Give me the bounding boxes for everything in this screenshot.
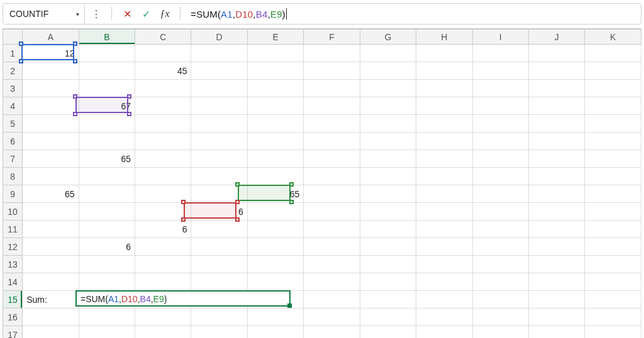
cell-D8[interactable] xyxy=(191,168,247,185)
row-header-11[interactable]: 11 xyxy=(3,221,23,238)
row-header-9[interactable]: 9 xyxy=(3,185,23,203)
cell-D16[interactable] xyxy=(191,308,247,326)
cell-I3[interactable] xyxy=(472,80,528,97)
cell-B8[interactable] xyxy=(79,168,135,185)
cell-E5[interactable] xyxy=(247,115,303,133)
cell-F5[interactable] xyxy=(304,115,360,133)
cell-A1[interactable]: 12 xyxy=(23,45,79,62)
cell-D12[interactable] xyxy=(191,238,247,256)
cell-B14[interactable] xyxy=(79,273,135,291)
cell-G14[interactable] xyxy=(360,273,416,291)
cell-C14[interactable] xyxy=(135,273,191,291)
cell-G17[interactable] xyxy=(360,326,416,339)
cell-H9[interactable] xyxy=(416,185,472,203)
cell-K6[interactable] xyxy=(585,133,641,150)
cell-D9[interactable] xyxy=(191,185,247,203)
col-header-E[interactable]: E xyxy=(247,30,303,45)
cell-D4[interactable] xyxy=(191,97,247,115)
cell-H2[interactable] xyxy=(416,62,472,80)
cell-H8[interactable] xyxy=(416,168,472,185)
cell-I7[interactable] xyxy=(472,150,528,168)
cell-F17[interactable] xyxy=(304,326,360,339)
cell-E9[interactable]: 65 xyxy=(247,185,303,203)
cell-K17[interactable] xyxy=(585,326,641,339)
cell-G6[interactable] xyxy=(360,133,416,150)
cell-K4[interactable] xyxy=(585,97,641,115)
cell-J9[interactable] xyxy=(528,185,584,203)
cell-I14[interactable] xyxy=(472,273,528,291)
row-header-14[interactable]: 14 xyxy=(3,273,23,291)
cell-E10[interactable] xyxy=(247,203,303,221)
row-header-17[interactable]: 17 xyxy=(3,326,23,339)
row-header-2[interactable]: 2 xyxy=(3,62,23,80)
cell-I11[interactable] xyxy=(472,221,528,238)
cell-B5[interactable] xyxy=(79,115,135,133)
cell-C15[interactable] xyxy=(135,291,191,308)
cell-H7[interactable] xyxy=(416,150,472,168)
row-header-8[interactable]: 8 xyxy=(3,168,23,185)
cell-C13[interactable] xyxy=(135,256,191,273)
cell-F4[interactable] xyxy=(304,97,360,115)
cell-J14[interactable] xyxy=(528,273,584,291)
cell-C1[interactable] xyxy=(135,45,191,62)
cell-E17[interactable] xyxy=(247,326,303,339)
cell-J11[interactable] xyxy=(528,221,584,238)
cell-A14[interactable] xyxy=(23,273,79,291)
cell-E14[interactable] xyxy=(247,273,303,291)
cell-B7[interactable]: 65 xyxy=(79,150,135,168)
cell-K9[interactable] xyxy=(585,185,641,203)
cell-F13[interactable] xyxy=(304,256,360,273)
cell-G3[interactable] xyxy=(360,80,416,97)
row-header-12[interactable]: 12 xyxy=(3,238,23,256)
row-header-7[interactable]: 7 xyxy=(3,150,23,168)
cell-B11[interactable] xyxy=(79,221,135,238)
cell-B2[interactable] xyxy=(79,62,135,80)
cell-J12[interactable] xyxy=(528,238,584,256)
cell-H6[interactable] xyxy=(416,133,472,150)
dots-icon[interactable]: ⋮ xyxy=(89,6,104,21)
cell-B4[interactable]: 67 xyxy=(79,97,135,115)
cell-B10[interactable] xyxy=(79,203,135,221)
cell-F14[interactable] xyxy=(304,273,360,291)
cell-H14[interactable] xyxy=(416,273,472,291)
cell-E4[interactable] xyxy=(247,97,303,115)
cell-K12[interactable] xyxy=(585,238,641,256)
spreadsheet-grid[interactable]: A B C D E F G H I J K 112245346756765896… xyxy=(3,28,641,338)
cell-C9[interactable] xyxy=(135,185,191,203)
col-header-D[interactable]: D xyxy=(191,30,247,45)
cell-G4[interactable] xyxy=(360,97,416,115)
cell-F15[interactable] xyxy=(304,291,360,308)
row-header-13[interactable]: 13 xyxy=(3,256,23,273)
cell-A13[interactable] xyxy=(23,256,79,273)
select-all-corner[interactable] xyxy=(3,30,23,45)
cell-I5[interactable] xyxy=(472,115,528,133)
row-header-5[interactable]: 5 xyxy=(3,115,23,133)
cell-A6[interactable] xyxy=(23,133,79,150)
formula-input[interactable]: =SUM( A1 , D10 , B4 , E9 ) xyxy=(184,4,641,24)
chevron-down-icon[interactable]: ▾ xyxy=(76,11,79,18)
cell-F12[interactable] xyxy=(304,238,360,256)
cell-I17[interactable] xyxy=(472,326,528,339)
cell-J8[interactable] xyxy=(528,168,584,185)
cell-C10[interactable] xyxy=(135,203,191,221)
row-header-16[interactable]: 16 xyxy=(3,308,23,326)
cell-H15[interactable] xyxy=(416,291,472,308)
name-box[interactable]: COUNTIF ▾ xyxy=(3,4,85,24)
cell-D1[interactable] xyxy=(191,45,247,62)
cell-G13[interactable] xyxy=(360,256,416,273)
cell-G1[interactable] xyxy=(360,45,416,62)
cell-I10[interactable] xyxy=(472,203,528,221)
cell-J5[interactable] xyxy=(528,115,584,133)
row-header-6[interactable]: 6 xyxy=(3,133,23,150)
cell-H11[interactable] xyxy=(416,221,472,238)
cell-I6[interactable] xyxy=(472,133,528,150)
cell-E12[interactable] xyxy=(247,238,303,256)
cell-J17[interactable] xyxy=(528,326,584,339)
cell-K8[interactable] xyxy=(585,168,641,185)
cell-K3[interactable] xyxy=(585,80,641,97)
cell-B17[interactable] xyxy=(79,326,135,339)
cell-I8[interactable] xyxy=(472,168,528,185)
cell-D11[interactable] xyxy=(191,221,247,238)
cell-H3[interactable] xyxy=(416,80,472,97)
row-header-4[interactable]: 4 xyxy=(3,97,23,115)
